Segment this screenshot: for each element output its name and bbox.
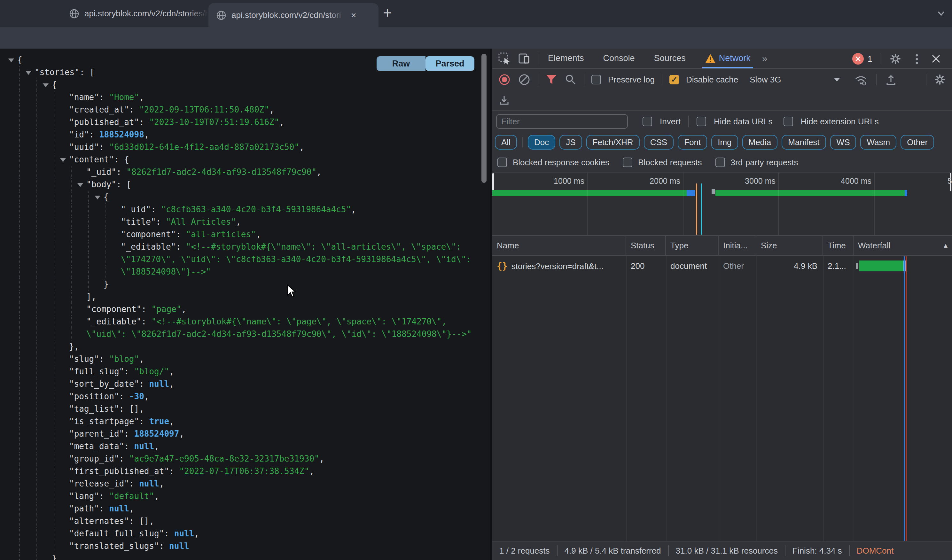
close-devtools-icon[interactable] (931, 54, 941, 64)
json-scrollbar[interactable] (481, 49, 487, 560)
column-header-waterfall[interactable]: Waterfall▲ (853, 236, 952, 255)
filter-chip-ws[interactable]: WS (830, 135, 856, 150)
record-network-log-icon[interactable] (498, 73, 511, 86)
throttling-select[interactable]: Slow 3G (750, 75, 781, 85)
blocked-checkbox[interactable] (498, 157, 507, 167)
inspect-element-icon[interactable] (498, 52, 511, 65)
json-token: : (164, 529, 174, 538)
browser-tab[interactable]: api.storyblok.com/v2/cdn/stori× (209, 3, 379, 27)
expander-arrow-icon[interactable] (43, 83, 49, 87)
filter-chip-wasm[interactable]: Wasm (860, 135, 896, 150)
request-time: 2.1... (823, 261, 853, 271)
expander-arrow-icon[interactable] (94, 196, 100, 199)
filter-chip-all[interactable]: All (495, 135, 517, 150)
hide-extension-urls-checkbox[interactable] (784, 117, 793, 126)
scrollbar-thumb[interactable] (481, 54, 487, 183)
json-token: : (139, 379, 149, 389)
disable-cache-checkbox[interactable] (669, 75, 679, 84)
kebab-menu-icon[interactable] (915, 54, 919, 65)
import-har-icon[interactable] (498, 94, 510, 106)
json-line: "tag_list": [], (0, 403, 479, 415)
json-line: "sort_by_date": null, (0, 378, 479, 390)
filter-chip-fetch-xhr[interactable]: Fetch/XHR (586, 135, 640, 150)
json-token: , (194, 529, 199, 538)
expander-arrow-icon[interactable] (8, 59, 14, 62)
filter-chip-img[interactable]: Img (711, 135, 738, 150)
tab-close-icon[interactable]: × (351, 10, 356, 20)
more-tabs-icon[interactable]: » (762, 53, 768, 64)
request-name-cell[interactable]: {}stories?version=draft&t... (492, 261, 626, 272)
timeline-bar-request1 (492, 190, 687, 196)
json-token: : [ (116, 180, 131, 189)
json-token: "content" (69, 155, 114, 164)
filter-input[interactable] (496, 114, 628, 129)
parsed-toggle-button[interactable]: Parsed (425, 56, 474, 71)
filter-chip-doc[interactable]: Doc (528, 135, 555, 150)
column-header-size[interactable]: Size (756, 236, 823, 255)
request-type: document (666, 261, 719, 271)
filter-chip-font[interactable]: Font (678, 135, 707, 150)
table-row[interactable]: {}stories?version=draft&t...200documentO… (492, 256, 952, 276)
settings-gear-icon[interactable] (890, 53, 901, 65)
devtools-tab-console[interactable]: Console (603, 49, 635, 68)
json-line: "is_startpage": true, (0, 415, 479, 428)
network-settings-gear-icon[interactable] (934, 74, 946, 85)
expander-arrow-icon[interactable] (60, 158, 66, 162)
browser-tab[interactable]: api.storyblok.com/v2/cdn/stories/ho (64, 0, 209, 27)
json-token: "all-articles" (186, 230, 256, 239)
panel-divider[interactable] (490, 49, 492, 560)
expander-arrow-icon[interactable] (77, 183, 83, 187)
json-token: "ac9e7a47-e905-48ca-8e32-32317be31930" (129, 454, 319, 463)
devtools-tab-elements[interactable]: Elements (548, 49, 584, 68)
indent-guide (19, 166, 20, 178)
blocked-filters-row: Blocked response cookiesBlocked requests… (492, 153, 952, 172)
column-divider (823, 256, 824, 541)
raw-toggle-button[interactable]: Raw (377, 56, 425, 71)
clear-network-log-icon[interactable] (518, 73, 531, 86)
tab-search-chevron-icon[interactable] (935, 7, 947, 20)
filter-funnel-icon[interactable] (546, 74, 558, 85)
filter-chip-manifest[interactable]: Manifest (782, 135, 826, 150)
sort-arrow-icon[interactable]: ▲ (943, 242, 949, 249)
filter-chip-media[interactable]: Media (742, 135, 778, 150)
throttling-dropdown-arrow-icon[interactable] (834, 78, 840, 82)
preserve-log-checkbox[interactable] (591, 75, 601, 84)
indent-guide (19, 540, 20, 552)
overview-left-handle[interactable] (492, 173, 494, 191)
search-icon[interactable] (564, 74, 577, 86)
column-header-label: Initia... (723, 241, 748, 251)
hide-data-urls-checkbox[interactable] (697, 117, 706, 126)
filter-chip-other[interactable]: Other (901, 135, 934, 150)
devtools-tab-sources[interactable]: Sources (654, 49, 686, 68)
column-divider (853, 256, 854, 541)
filter-chip-css[interactable]: CSS (644, 135, 674, 150)
indent-guide (54, 340, 54, 353)
column-header-initia[interactable]: Initia... (719, 236, 756, 255)
error-badge[interactable]: 1 (852, 53, 872, 65)
indent-guide (54, 178, 54, 191)
network-overview-timeline[interactable]: 1000 ms2000 ms3000 ms4000 ms500 (492, 172, 952, 235)
column-header-status[interactable]: Status (626, 236, 666, 255)
column-header-time[interactable]: Time (823, 236, 853, 255)
blocked-checkbox[interactable] (716, 157, 725, 167)
indent-guide (54, 353, 54, 366)
indent-guide (54, 103, 54, 116)
disable-cache-label: Disable cache (686, 75, 738, 85)
column-header-name[interactable]: Name (492, 236, 626, 255)
network-conditions-icon[interactable] (854, 74, 868, 86)
devtools-tab-network[interactable]: Network (705, 49, 751, 68)
json-token: "path" (69, 504, 99, 513)
indent-guide (36, 378, 37, 390)
transferred-size: 4.9 kB / 5.4 kB transferred (558, 546, 668, 556)
invert-checkbox[interactable] (643, 117, 652, 126)
filter-chip-js[interactable]: JS (559, 135, 582, 150)
export-har-icon[interactable] (885, 74, 897, 86)
column-divider (719, 256, 719, 541)
timeline-tick-label: 1000 ms (554, 176, 584, 186)
device-toolbar-icon[interactable] (518, 52, 531, 65)
json-token: "c8cfb363-a340-4c20-b3f4-59319864a4c5" (161, 205, 351, 214)
expander-arrow-icon[interactable] (26, 71, 31, 75)
column-header-type[interactable]: Type (666, 236, 719, 255)
new-tab-button[interactable]: + (383, 4, 392, 22)
blocked-checkbox[interactable] (623, 157, 632, 167)
